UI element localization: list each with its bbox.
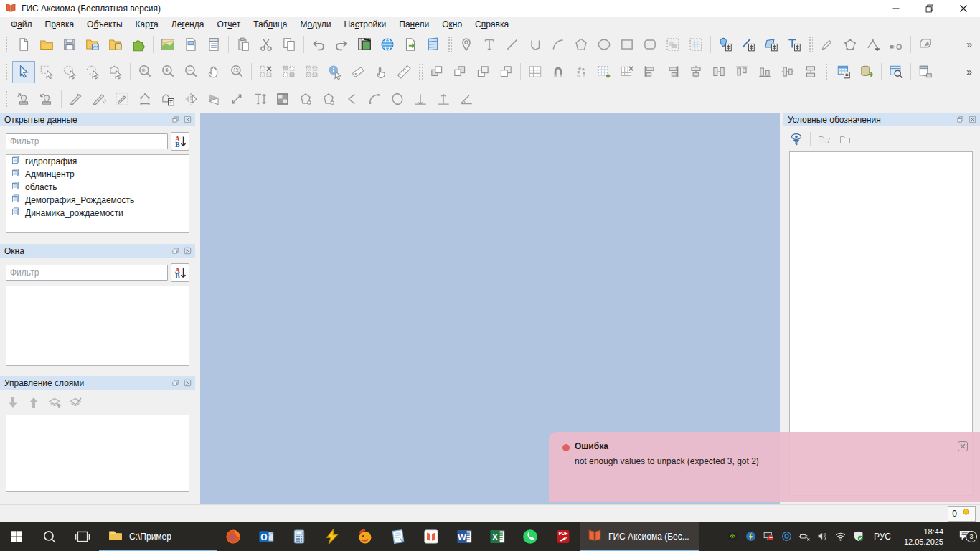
toolbar-overflow-button[interactable]: » [961,66,978,77]
select-cells-button[interactable] [301,61,324,83]
open-data-item[interactable]: Динамика_рождаемости [6,207,189,220]
open-workspace-button[interactable] [81,34,104,56]
polygon-tool-button[interactable] [570,34,593,56]
trace-tool-button[interactable] [914,34,937,56]
zoom-in-button[interactable] [156,61,179,83]
menu-item-0[interactable]: Файл [4,19,39,30]
wifi-tray-icon[interactable] [831,530,849,542]
add-cells-button[interactable] [593,61,616,83]
align-middle-v-button[interactable] [776,61,799,83]
text-style-button[interactable] [783,34,806,56]
database-export-button[interactable] [855,61,878,83]
symbol-style-button[interactable] [714,34,737,56]
distribute-v-button[interactable] [799,61,822,83]
defender-tray-icon[interactable] [849,530,867,542]
remote-blocked-tray-icon[interactable] [760,530,778,542]
notification-close-icon[interactable] [956,439,970,456]
taskbar-axioma-button[interactable]: ГИС Аксиома (Бес... [580,522,699,551]
angle-tool-button[interactable] [340,88,363,110]
taskbar-excel-icon[interactable]: X [481,522,514,551]
undo-button[interactable] [307,34,330,56]
export-document-button[interactable] [399,34,422,56]
data-preview-button[interactable] [885,61,908,83]
toolbar-grip-handle[interactable] [448,36,452,53]
angle-measure-button[interactable] [455,88,478,110]
float-panel-icon[interactable] [169,114,181,125]
cut-button[interactable] [255,34,278,56]
ruler-tool-button[interactable] [392,61,415,83]
float-panel-icon[interactable] [169,377,181,388]
table-style-button[interactable] [832,61,855,83]
select-polygon-button[interactable] [104,61,127,83]
copy-button[interactable] [278,34,301,56]
toolbar-grip-handle[interactable] [825,63,829,80]
new-legend-button[interactable] [179,34,202,56]
brush-style-button[interactable] [65,88,88,110]
layer-visibility-icon[interactable] [68,395,83,410]
sync-app-tray-icon[interactable] [742,530,760,542]
align-bottom-button[interactable] [753,61,776,83]
open-table-button[interactable] [422,34,445,56]
search-icon[interactable] [33,522,66,551]
ellipse-tool-button[interactable] [593,34,616,56]
language-indicator[interactable]: РУС [867,532,897,542]
open-data-item[interactable]: Демография_Рождаемость [6,194,189,207]
save-button[interactable] [58,34,81,56]
add-layer-icon[interactable] [47,395,62,410]
clock[interactable]: 18:44 12.05.2025 [897,527,950,547]
action-center-button[interactable]: 3 [950,527,980,545]
zoom-window-button[interactable] [225,61,248,83]
menu-item-10[interactable]: Окно [435,19,468,30]
mirror-tool-button[interactable] [179,88,202,110]
taskbar-firefox-icon[interactable] [217,522,250,551]
select-tool-button[interactable] [12,61,35,83]
taskbar-notepad-icon[interactable] [382,522,415,551]
close-button[interactable] [946,0,980,17]
taskbar-calculator-icon[interactable] [283,522,316,551]
line-tool-button[interactable] [501,34,524,56]
paste-button[interactable] [232,34,255,56]
menu-item-9[interactable]: Панели [392,19,435,30]
plugins-button[interactable] [127,34,150,56]
rounded-rectangle-tool-button[interactable] [639,34,661,56]
new-map-button[interactable] [156,34,179,56]
snap-off-button[interactable] [570,61,593,83]
text-tool-button[interactable] [478,34,501,56]
toolbar-overflow-button[interactable]: » [961,39,978,50]
taskbar-explorer-button[interactable]: С:\Пример [99,522,217,551]
status-ring-tray-icon[interactable] [778,530,796,542]
invert-selection-button[interactable] [278,61,301,83]
perpendicular-raise-button[interactable] [432,88,455,110]
zoom-out-button[interactable] [179,61,202,83]
table-frame-button[interactable] [684,34,707,56]
select-circle-button[interactable] [58,61,81,83]
delete-cells-button[interactable] [616,61,639,83]
web-map-button[interactable] [376,34,399,56]
bring-forward-button[interactable] [471,61,494,83]
start-button[interactable] [0,522,33,551]
brush-region-button[interactable] [110,88,133,110]
menu-item-3[interactable]: Карта [129,19,165,30]
move-layer-down-icon[interactable] [6,395,20,410]
arc-tool-button[interactable] [547,34,570,56]
open-data-filter-input[interactable] [6,133,168,149]
table-grid-button[interactable] [524,61,547,83]
close-panel-icon[interactable] [182,245,193,256]
polyline-tool-button[interactable] [524,34,547,56]
menu-item-2[interactable]: Объекты [80,19,129,30]
menu-item-1[interactable]: Правка [39,19,81,30]
power-plug-tray-icon[interactable] [796,530,814,542]
pan-tool-button[interactable] [202,61,225,83]
distribute-h-button[interactable] [707,61,730,83]
open-data-item[interactable]: гидрография [6,155,189,168]
copy-style-button[interactable] [12,88,35,110]
sort-button[interactable]: АВ [171,263,189,282]
task-view-icon[interactable] [66,522,99,551]
reshape-tool-button[interactable] [839,34,862,56]
move-layer-up-icon[interactable] [27,395,41,410]
windows-filter-input[interactable] [6,265,168,281]
menu-item-4[interactable]: Легенда [165,19,211,30]
menu-item-8[interactable]: Настройки [337,19,392,30]
speaker-tray-icon[interactable] [814,530,831,542]
open-data-item[interactable]: Админцентр [6,168,189,181]
